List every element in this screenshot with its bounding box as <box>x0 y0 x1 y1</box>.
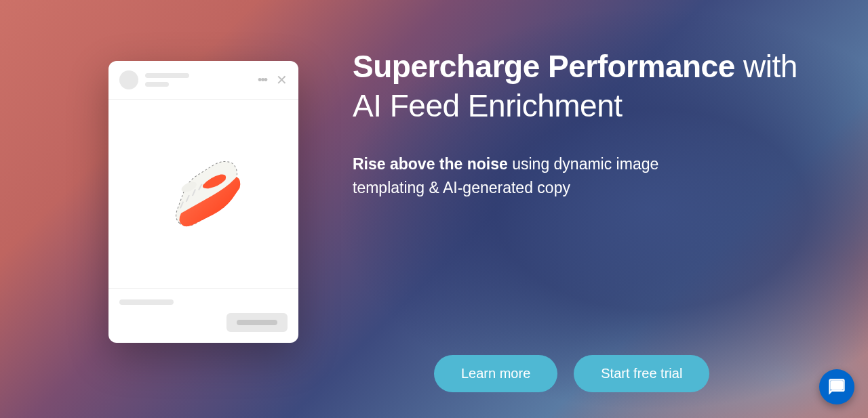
footer-text-placeholder <box>119 299 174 305</box>
subheading-bold-part: Rise above the noise <box>353 155 508 173</box>
social-post-mockup: ••• ✕ <box>108 61 298 343</box>
heading-bold-part: Supercharge Performance <box>353 49 735 84</box>
header-text-placeholder <box>145 73 251 87</box>
more-dots-icon: ••• <box>258 73 267 87</box>
heading-rest-1: with <box>735 49 797 84</box>
avatar-placeholder <box>119 70 138 89</box>
heading-rest-2: AI Feed Enrichment <box>353 88 623 123</box>
mockup-footer <box>108 289 298 343</box>
footer-button-placeholder <box>226 313 288 332</box>
product-image-sneaker <box>142 133 264 255</box>
mockup-image-area <box>108 99 298 289</box>
content-panel: Supercharge Performance with AI Feed Enr… <box>353 41 814 199</box>
close-icon: ✕ <box>276 72 288 88</box>
subheading: Rise above the noise using dynamic image… <box>353 152 678 199</box>
mockup-header: ••• ✕ <box>108 61 298 99</box>
main-heading: Supercharge Performance with AI Feed Enr… <box>353 47 814 125</box>
product-mockup-panel: ••• ✕ <box>54 41 298 343</box>
